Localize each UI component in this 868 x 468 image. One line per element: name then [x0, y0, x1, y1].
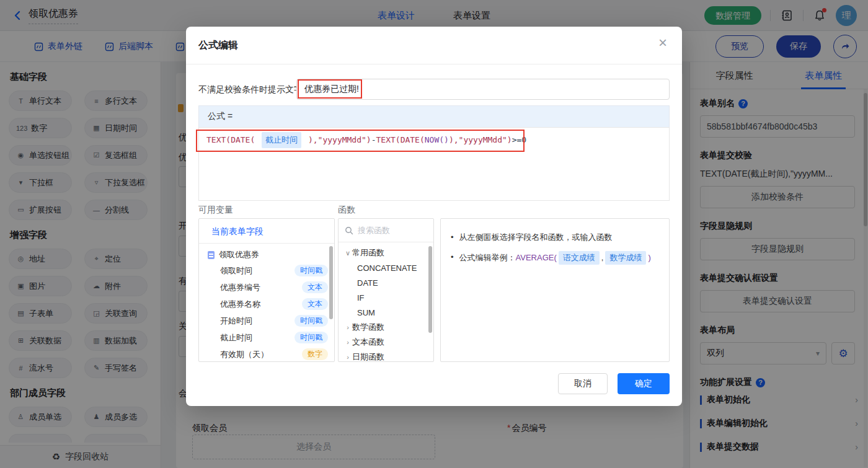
confirm-button[interactable]: 确定: [618, 373, 670, 394]
function-label: IF: [357, 293, 365, 302]
formula-equals-bar: 公式 =: [198, 105, 670, 127]
caret-right-icon: ›: [343, 338, 352, 346]
funcs-panel-label: 函数: [338, 205, 355, 216]
function-list: ∨ 常用函数 CONCATENATE DATE IF SUM › 数学函数: [339, 242, 433, 362]
tip-2-function: AVERAGE(: [516, 253, 557, 262]
variables-scrollbar-thumb[interactable]: [329, 246, 333, 319]
variables-panel: 当前表单字段 领取优惠券 领取时间 时间戳 优惠券编号 文本 优惠券名称 文本 …: [198, 218, 335, 362]
function-label: SUM: [357, 308, 375, 317]
function-row[interactable]: › 数学函数: [339, 320, 433, 335]
tip-2-prefix: 公式编辑举例：: [459, 253, 516, 262]
function-row[interactable]: ∨ 常用函数: [339, 245, 433, 260]
formula-edit-modal: 公式编辑 × 不满足校验条件时提示文字: 公式 = TEXT(DATE( 截止时…: [186, 27, 682, 406]
form-tree-root[interactable]: 领取优惠券: [199, 244, 334, 262]
caret-right-icon: ›: [343, 324, 352, 331]
function-search-row: [339, 219, 433, 242]
formula-line: TEXT(DATE( 截止时间 ),"yyyyMMdd")-TEXT(DATE(…: [206, 132, 526, 148]
tip-2-chip: 数学成绩: [605, 251, 646, 265]
prompt-text-input[interactable]: [296, 79, 670, 100]
formula-token: NOW(): [425, 135, 449, 144]
function-label: 常用函数: [352, 247, 384, 258]
formula-token: 截止时间: [262, 132, 301, 148]
function-label: 日期函数: [352, 351, 384, 362]
form-tree-root-label: 领取优惠券: [219, 249, 259, 260]
tip-2-comma: ,: [601, 253, 604, 262]
type-badge: 时间戳: [294, 265, 328, 276]
variable-name: 开始时间: [220, 316, 252, 327]
help-panel: • 从左侧面板选择字段名和函数，或输入函数 • 公式编辑举例：AVERAGE(语…: [440, 218, 670, 362]
variable-row[interactable]: 领取时间 时间戳: [199, 262, 334, 279]
caret-right-icon: ›: [343, 353, 352, 361]
variable-name: 截止时间: [220, 332, 252, 343]
tip-row-2: • 公式编辑举例：AVERAGE(语文成绩,数学成绩): [451, 251, 659, 265]
function-search-input[interactable]: [358, 226, 420, 235]
formula-editor[interactable]: TEXT(DATE( 截止时间 ),"yyyyMMdd")-TEXT(DATE(…: [198, 127, 670, 201]
variable-row[interactable]: 有效期（天） 数字: [199, 346, 334, 362]
variable-rows: 领取时间 时间戳 优惠券编号 文本 优惠券名称 文本 开始时间 时间戳 截止时间…: [199, 262, 334, 362]
tip-1-text: 从左侧面板选择字段名和函数，或输入函数: [459, 231, 613, 244]
functions-panel: ∨ 常用函数 CONCATENATE DATE IF SUM › 数学函数: [338, 218, 434, 362]
function-row[interactable]: DATE: [339, 275, 433, 290]
function-row[interactable]: CONCATENATE: [339, 260, 433, 275]
function-row[interactable]: › 文本函数: [339, 335, 433, 350]
function-row[interactable]: › 日期函数: [339, 350, 433, 362]
type-badge: 文本: [302, 281, 328, 293]
modal-title: 公式编辑: [198, 39, 238, 52]
bullet-icon: •: [451, 231, 454, 244]
variable-name: 有效期（天）: [220, 349, 268, 360]
function-label: CONCATENATE: [357, 263, 417, 273]
formula-token: ),"yyyyMMdd"): [449, 135, 512, 144]
function-label: 文本函数: [352, 337, 384, 348]
document-icon: [208, 251, 215, 259]
formula-token: TEXT(DATE(: [206, 135, 260, 144]
variable-row[interactable]: 开始时间 时间戳: [199, 312, 334, 329]
formula-token: -: [371, 135, 376, 144]
type-badge: 时间戳: [294, 315, 328, 327]
bullet-icon: •: [451, 251, 454, 265]
tip-2-text: 公式编辑举例：AVERAGE(语文成绩,数学成绩): [459, 251, 651, 265]
close-icon[interactable]: ×: [658, 35, 667, 50]
type-badge: 数字: [302, 348, 328, 360]
tip-2-suffix: ): [648, 253, 650, 262]
tip-row-1: • 从左侧面板选择字段名和函数，或输入函数: [451, 231, 659, 244]
formula-token: TEXT(DATE(: [376, 135, 425, 144]
function-label: 数学函数: [352, 322, 384, 333]
cancel-button[interactable]: 取消: [558, 373, 608, 394]
divider: [186, 64, 682, 64]
variable-row[interactable]: 截止时间 时间戳: [199, 329, 334, 346]
function-row[interactable]: SUM: [339, 305, 433, 320]
function-row[interactable]: IF: [339, 290, 433, 305]
variable-name: 领取时间: [220, 265, 252, 276]
caret-down-icon: ∨: [343, 249, 352, 257]
variable-row[interactable]: 优惠券名称 文本: [199, 296, 334, 312]
prompt-text-label: 不满足校验条件时提示文字:: [198, 79, 305, 100]
functions-scrollbar-thumb[interactable]: [428, 246, 432, 333]
formula-token: >=0: [512, 135, 526, 144]
variable-row[interactable]: 优惠券编号 文本: [199, 279, 334, 296]
current-form-fields-tab[interactable]: 当前表单字段: [199, 219, 334, 244]
type-badge: 文本: [302, 298, 328, 310]
variable-name: 优惠券名称: [220, 299, 260, 310]
function-label: DATE: [357, 278, 378, 288]
type-badge: 时间戳: [294, 332, 328, 343]
formula-token: ),"yyyyMMdd"): [303, 135, 371, 144]
vars-panel-label: 可用变量: [198, 205, 233, 216]
tip-2-chip: 语文成绩: [559, 251, 600, 265]
search-icon: [345, 226, 353, 235]
variable-name: 优惠券编号: [220, 282, 260, 293]
